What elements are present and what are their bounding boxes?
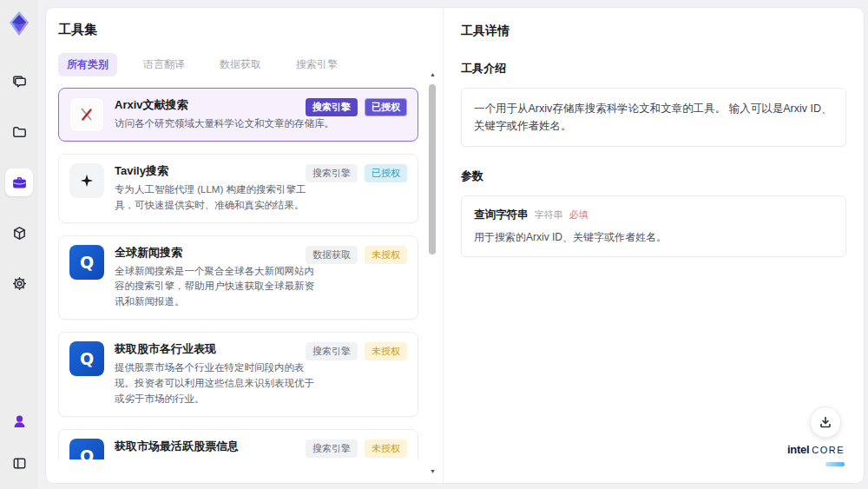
tool-card[interactable]: Q 获取市场最活跃股票信息 提供当天交易量最高的股票列表，投资者可以利用这些信息… (58, 429, 418, 460)
q-logo-icon: Q (80, 446, 94, 460)
tool-card[interactable]: Q 全球新闻搜索 全球新闻搜索是一个聚合全球各大新闻网站内容的搜索引擎，帮助用户… (58, 235, 418, 320)
q-logo-icon: Q (80, 253, 94, 272)
category-badge: 搜索引擎 (306, 98, 358, 116)
brand-core-text: CORE (812, 446, 845, 455)
tool-icon: Q (69, 439, 104, 460)
tool-icon (69, 163, 104, 198)
arxiv-icon (77, 105, 96, 124)
main-panel: 工具集 所有类别语言翻译数据获取搜索引擎 Arxiv文献搜索 访问各个研究领域大… (45, 7, 865, 484)
intel-core-logo: intel CORE (787, 444, 845, 469)
app-logo (6, 9, 32, 38)
sidebar-item-account[interactable] (5, 407, 33, 435)
sidebar-item-collapse[interactable] (5, 449, 33, 477)
param-required-badge: 必填 (569, 208, 589, 221)
scroll-down-icon[interactable]: ▼ (430, 467, 436, 476)
sidebar-item-chat[interactable] (5, 68, 33, 96)
tool-list-panel: 工具集 所有类别语言翻译数据获取搜索引擎 Arxiv文献搜索 访问各个研究领域大… (46, 8, 444, 483)
scrollbar-track[interactable] (427, 79, 438, 467)
params-heading: 参数 (461, 169, 846, 184)
tool-title: Tavily搜索 (115, 163, 319, 179)
briefcase-icon (11, 175, 28, 191)
tool-description: 全球新闻搜索是一个聚合全球各大新闻网站内容的搜索引擎，帮助用户快速获取全球最新资… (115, 264, 319, 310)
tab-0[interactable]: 所有类别 (58, 53, 117, 76)
sidebar-item-files[interactable] (5, 118, 33, 146)
intro-box: 一个用于从Arxiv存储库搜索科学论文和文章的工具。 输入可以是Arxiv ID… (461, 88, 846, 147)
scrollbar-thumb[interactable] (429, 84, 436, 254)
scrollbar[interactable]: ▲ ▼ (427, 70, 438, 476)
intro-text: 一个用于从Arxiv存储库搜索科学论文和文章的工具。 输入可以是Arxiv ID… (474, 100, 833, 135)
tab-2[interactable]: 数据获取 (211, 53, 270, 76)
param-name: 查询字符串 (474, 208, 529, 222)
status-badge: 未授权 (365, 439, 407, 458)
download-button[interactable] (810, 406, 841, 438)
param-type: 字符串 (535, 208, 563, 221)
q-logo-icon: Q (80, 349, 94, 368)
tool-card[interactable]: Tavily搜索 专为人工智能代理 (LLM) 构建的搜索引擎工具，可快速提供实… (58, 154, 418, 223)
category-badge: 搜索引擎 (306, 164, 358, 182)
sidebar-item-toolbox[interactable] (5, 169, 33, 196)
app-sidebar (0, 0, 38, 489)
intro-heading: 工具介绍 (461, 61, 846, 76)
scroll-up-icon[interactable]: ▲ (430, 70, 436, 79)
cube-icon (11, 225, 28, 241)
download-icon (819, 415, 832, 429)
sparkle-icon (79, 173, 95, 188)
category-badge: 搜索引擎 (306, 439, 358, 458)
page-title: 工具集 (58, 22, 443, 38)
tool-description: 提供当天交易量最高的股票列表，投资者可以利用这些信息来识别流动性强的股票和潜在的… (115, 458, 319, 460)
sidebar-item-packages[interactable] (5, 219, 33, 247)
tool-icon: Q (69, 341, 104, 376)
tab-3[interactable]: 搜索引擎 (287, 53, 346, 76)
tool-icon: Q (69, 245, 104, 280)
tool-list: Arxiv文献搜索 访问各个研究领域大量科学论文和文章的存储库。 搜索引擎 已授… (58, 88, 443, 459)
sidebar-item-settings[interactable] (5, 269, 33, 297)
detail-title: 工具详情 (461, 23, 846, 39)
category-tabs: 所有类别语言翻译数据获取搜索引擎 (58, 53, 443, 76)
param-description: 用于搜索的Arxiv ID、关键字或作者姓名。 (474, 230, 833, 245)
brand-accent-bar (825, 462, 845, 466)
status-badge: 已授权 (365, 164, 407, 182)
tool-detail-panel: 工具详情 工具介绍 一个用于从Arxiv存储库搜索科学论文和文章的工具。 输入可… (444, 8, 864, 483)
status-badge: 已授权 (365, 98, 407, 116)
tool-card[interactable]: Arxiv文献搜索 访问各个研究领域大量科学论文和文章的存储库。 搜索引擎 已授… (58, 88, 418, 142)
folder-icon (11, 124, 28, 141)
gear-icon (11, 275, 28, 292)
tool-title: 获取股市各行业表现 (115, 341, 319, 357)
tab-1[interactable]: 语言翻译 (135, 53, 194, 76)
chat-icon (11, 74, 28, 90)
tool-description: 专为人工智能代理 (LLM) 构建的搜索引擎工具，可快速提供实时、准确和真实的结… (115, 182, 319, 214)
param-box: 查询字符串 字符串 必填 用于搜索的Arxiv ID、关键字或作者姓名。 (461, 195, 846, 257)
tool-title: 获取市场最活跃股票信息 (115, 439, 319, 454)
status-badge: 未授权 (365, 246, 407, 264)
status-badge: 未授权 (365, 342, 407, 360)
panel-icon (11, 455, 28, 472)
user-icon (11, 413, 28, 430)
tool-icon (69, 97, 104, 132)
tool-title: 全球新闻搜索 (115, 245, 319, 261)
tool-description: 提供股票市场各个行业在特定时间段内的表现。投资者可以利用这些信息来识别表现优于或… (115, 360, 319, 406)
category-badge: 搜索引擎 (306, 342, 358, 360)
tool-card[interactable]: Q 获取股市各行业表现 提供股票市场各个行业在特定时间段内的表现。投资者可以利用… (58, 332, 418, 416)
tool-description: 访问各个研究领域大量科学论文和文章的存储库。 (115, 116, 407, 132)
brand-intel-text: intel (787, 444, 809, 455)
category-badge: 数据获取 (306, 246, 358, 264)
